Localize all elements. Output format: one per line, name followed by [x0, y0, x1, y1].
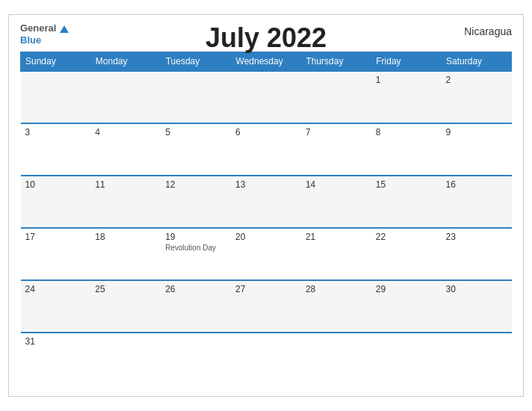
day-number: 1: [376, 75, 437, 85]
day-number: 15: [376, 179, 437, 190]
calendar-cell: 18: [90, 228, 161, 280]
col-sunday: Sunday: [21, 52, 91, 72]
col-saturday: Saturday: [442, 52, 512, 72]
day-number: 9: [446, 127, 507, 137]
day-number: 8: [376, 127, 437, 137]
logo: General Blue: [20, 22, 69, 46]
day-number: 31: [25, 336, 87, 347]
calendar-cell: 29: [371, 280, 442, 333]
day-number: 21: [306, 232, 367, 242]
day-number: 30: [446, 284, 507, 294]
day-number: 3: [25, 127, 87, 137]
col-wednesday: Wednesday: [231, 52, 301, 72]
calendar-cell: 21: [301, 228, 371, 280]
calendar-cell: [21, 71, 91, 123]
calendar-container: General Blue July 2022 Nicaragua Sunday …: [8, 14, 524, 397]
col-tuesday: Tuesday: [161, 52, 231, 72]
day-number: 2: [446, 75, 507, 85]
calendar-cell: 13: [231, 176, 301, 228]
calendar-cell: 27: [231, 280, 301, 333]
day-number: 26: [165, 284, 226, 294]
calendar-grid: Sunday Monday Tuesday Wednesday Thursday…: [20, 52, 512, 385]
calendar-cell: 25: [90, 280, 161, 333]
day-number: 11: [95, 179, 156, 190]
day-number: 4: [95, 127, 156, 137]
calendar-cell: [90, 333, 161, 385]
calendar-cell: [442, 333, 512, 385]
calendar-header: General Blue July 2022 Nicaragua: [20, 22, 512, 46]
col-thursday: Thursday: [301, 52, 371, 72]
day-number: 14: [306, 179, 367, 190]
calendar-cell: [161, 333, 231, 385]
calendar-cell: 23: [442, 228, 512, 280]
calendar-cell: 4: [90, 123, 161, 176]
day-number: 19: [165, 232, 226, 242]
day-number: 6: [235, 127, 297, 137]
calendar-body: 12345678910111213141516171819Revolution …: [21, 71, 512, 385]
day-number: 10: [25, 179, 87, 190]
calendar-cell: 3: [21, 123, 91, 176]
calendar-cell: 24: [21, 280, 91, 333]
day-number: 5: [165, 127, 226, 137]
logo-triangle-icon: [60, 25, 69, 33]
day-number: 13: [235, 179, 297, 190]
calendar-cell: [231, 333, 301, 385]
calendar-cell: [301, 71, 371, 123]
col-friday: Friday: [371, 52, 442, 72]
day-number: 23: [446, 232, 507, 242]
day-number: 25: [95, 284, 156, 294]
calendar-cell: 16: [442, 176, 512, 228]
calendar-cell: 7: [301, 123, 371, 176]
calendar-cell: 14: [301, 176, 371, 228]
calendar-cell: 8: [371, 123, 442, 176]
calendar-cell: 12: [161, 176, 231, 228]
day-number: 7: [306, 127, 367, 137]
country-label: Nicaragua: [464, 25, 512, 37]
calendar-cell: 28: [301, 280, 371, 333]
calendar-cell: [301, 333, 371, 385]
calendar-cell: 19Revolution Day: [161, 228, 231, 280]
day-number: 20: [235, 232, 297, 242]
calendar-cell: [161, 71, 231, 123]
calendar-cell: 6: [231, 123, 301, 176]
calendar-cell: [371, 333, 442, 385]
calendar-cell: 26: [161, 280, 231, 333]
calendar-cell: 20: [231, 228, 301, 280]
logo-line1: General: [20, 22, 69, 34]
calendar-cell: 15: [371, 176, 442, 228]
day-number: 24: [25, 284, 87, 294]
day-number: 17: [25, 232, 87, 242]
calendar-cell: 1: [371, 71, 442, 123]
day-number: 16: [446, 179, 507, 190]
calendar-cell: 17: [21, 228, 91, 280]
day-number: 28: [306, 284, 367, 294]
logo-line2: Blue: [20, 34, 69, 46]
calendar-cell: 9: [442, 123, 512, 176]
calendar-cell: 31: [21, 333, 91, 385]
day-number: 29: [376, 284, 437, 294]
calendar-cell: 11: [90, 176, 161, 228]
col-monday: Monday: [90, 52, 161, 72]
day-number: 27: [235, 284, 297, 294]
holiday-label: Revolution Day: [165, 244, 226, 252]
calendar-title: July 2022: [205, 22, 327, 54]
day-number: 22: [376, 232, 437, 242]
calendar-cell: [90, 71, 161, 123]
logo-blue-text: Blue: [20, 34, 41, 46]
calendar-cell: 10: [21, 176, 91, 228]
calendar-cell: 5: [161, 123, 231, 176]
calendar-header-row: Sunday Monday Tuesday Wednesday Thursday…: [21, 52, 512, 72]
logo-general-text: General: [20, 22, 56, 34]
calendar-cell: 30: [442, 280, 512, 333]
calendar-cell: 22: [371, 228, 442, 280]
day-number: 18: [95, 232, 156, 242]
day-number: 12: [165, 179, 226, 190]
calendar-cell: [231, 71, 301, 123]
calendar-cell: 2: [442, 71, 512, 123]
